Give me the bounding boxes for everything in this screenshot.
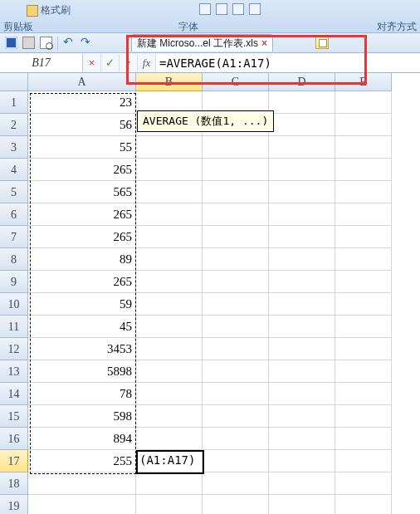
row-header[interactable]: 5 — [0, 181, 28, 203]
row-header[interactable]: 18 — [0, 472, 28, 495]
cell-E14[interactable] — [335, 383, 392, 405]
cell-D14[interactable] — [269, 383, 335, 405]
cell-E19[interactable] — [335, 495, 392, 514]
cell-D19[interactable] — [269, 495, 335, 514]
cell-A17[interactable]: 255 — [28, 450, 136, 472]
cell-B5[interactable] — [136, 181, 203, 203]
cell-A11[interactable]: 45 — [28, 316, 136, 338]
cell-D9[interactable] — [269, 271, 335, 293]
cell-C14[interactable] — [203, 383, 269, 405]
cell-D4[interactable] — [269, 159, 335, 181]
cell-A9[interactable]: 265 — [28, 271, 136, 293]
col-header-B[interactable]: B — [136, 73, 203, 91]
enter-button[interactable]: ✓ — [101, 54, 120, 72]
cell-A10[interactable]: 59 — [28, 293, 136, 316]
cell-B7[interactable] — [136, 226, 203, 248]
row-header[interactable]: 13 — [0, 360, 28, 383]
document-tab[interactable]: 新建 Microso...el 工作表.xls × — [131, 34, 273, 51]
cell-D6[interactable] — [269, 203, 335, 226]
cell-B18[interactable] — [136, 472, 203, 495]
font-icon-2[interactable] — [216, 3, 227, 15]
cell-A14[interactable]: 78 — [28, 383, 136, 405]
print-icon[interactable] — [22, 37, 35, 49]
col-header-A[interactable]: A — [28, 73, 136, 91]
fx-button[interactable]: fx — [138, 54, 156, 72]
redo-icon[interactable] — [81, 37, 93, 49]
row-header[interactable]: 3 — [0, 136, 28, 159]
cell-B16[interactable] — [136, 428, 203, 450]
cell-E7[interactable] — [335, 226, 392, 248]
row-header[interactable]: 19 — [0, 495, 28, 514]
cell-A6[interactable]: 265 — [28, 203, 136, 226]
cell-A2[interactable]: 56 — [28, 114, 136, 136]
cell-B15[interactable] — [136, 405, 203, 428]
row-header[interactable]: 4 — [0, 159, 28, 181]
font-icon-1[interactable] — [199, 3, 211, 15]
cell-B11[interactable] — [136, 316, 203, 338]
cell-E15[interactable] — [335, 405, 392, 428]
row-header[interactable]: 16 — [0, 428, 28, 450]
cell-D13[interactable] — [269, 360, 335, 383]
row-header[interactable]: 8 — [0, 248, 28, 271]
cell-C7[interactable] — [203, 226, 269, 248]
select-all-corner[interactable] — [0, 73, 28, 91]
cell-E18[interactable] — [335, 472, 392, 495]
cell-D1[interactable] — [269, 91, 335, 114]
row-header[interactable]: 2 — [0, 114, 28, 136]
cell-E9[interactable] — [335, 271, 392, 293]
cell-A8[interactable]: 89 — [28, 248, 136, 271]
cell-E1[interactable] — [335, 91, 392, 114]
cell-A5[interactable]: 565 — [28, 181, 136, 203]
cell-E10[interactable] — [335, 293, 392, 316]
formula-input[interactable] — [156, 54, 420, 72]
cell-C3[interactable] — [203, 136, 269, 159]
row-header[interactable]: 11 — [0, 316, 28, 338]
cell-E12[interactable] — [335, 338, 392, 360]
row-header[interactable]: 1 — [0, 91, 28, 114]
cell-D2[interactable] — [269, 114, 335, 136]
new-tab-button[interactable] — [315, 36, 329, 49]
cell-D3[interactable] — [269, 136, 335, 159]
row-header[interactable]: 6 — [0, 203, 28, 226]
cell-A4[interactable]: 265 — [28, 159, 136, 181]
cell-E4[interactable] — [335, 159, 392, 181]
undo-icon[interactable] — [63, 37, 76, 49]
cell-C5[interactable] — [203, 181, 269, 203]
cell-B4[interactable] — [136, 159, 203, 181]
cell-B10[interactable] — [136, 293, 203, 316]
cell-C10[interactable] — [203, 293, 269, 316]
cell-C8[interactable] — [203, 248, 269, 271]
cell-D17[interactable] — [269, 450, 335, 472]
cell-D11[interactable] — [269, 316, 335, 338]
cell-E11[interactable] — [335, 316, 392, 338]
col-header-E[interactable]: E — [335, 73, 392, 91]
cell-B6[interactable] — [136, 203, 203, 226]
cell-E17[interactable] — [335, 450, 392, 472]
cell-C4[interactable] — [203, 159, 269, 181]
name-box[interactable]: B17 — [0, 54, 83, 72]
row-header[interactable]: 10 — [0, 293, 28, 316]
cell-E3[interactable] — [335, 136, 392, 159]
cell-D10[interactable] — [269, 293, 335, 316]
cell-E13[interactable] — [335, 360, 392, 383]
cell-A3[interactable]: 55 — [28, 136, 136, 159]
cell-A12[interactable]: 3453 — [28, 338, 136, 360]
cell-C9[interactable] — [203, 271, 269, 293]
cancel-button[interactable]: × — [83, 54, 101, 72]
col-header-C[interactable]: C — [203, 73, 269, 91]
cell-D7[interactable] — [269, 226, 335, 248]
cell-C16[interactable] — [203, 428, 269, 450]
cell-A1[interactable]: 23 — [28, 91, 136, 114]
row-header[interactable]: 17 — [0, 450, 28, 472]
print-preview-icon[interactable] — [40, 37, 52, 49]
cell-C17[interactable] — [203, 450, 269, 472]
row-header[interactable]: 12 — [0, 338, 28, 360]
cell-B12[interactable] — [136, 338, 203, 360]
cell-B19[interactable] — [136, 495, 203, 514]
cell-D16[interactable] — [269, 428, 335, 450]
cell-D8[interactable] — [269, 248, 335, 271]
cell-B14[interactable] — [136, 383, 203, 405]
cell-A7[interactable]: 265 — [28, 226, 136, 248]
dropdown-icon[interactable]: ▾ — [120, 54, 138, 72]
cell-A19[interactable] — [28, 495, 136, 514]
